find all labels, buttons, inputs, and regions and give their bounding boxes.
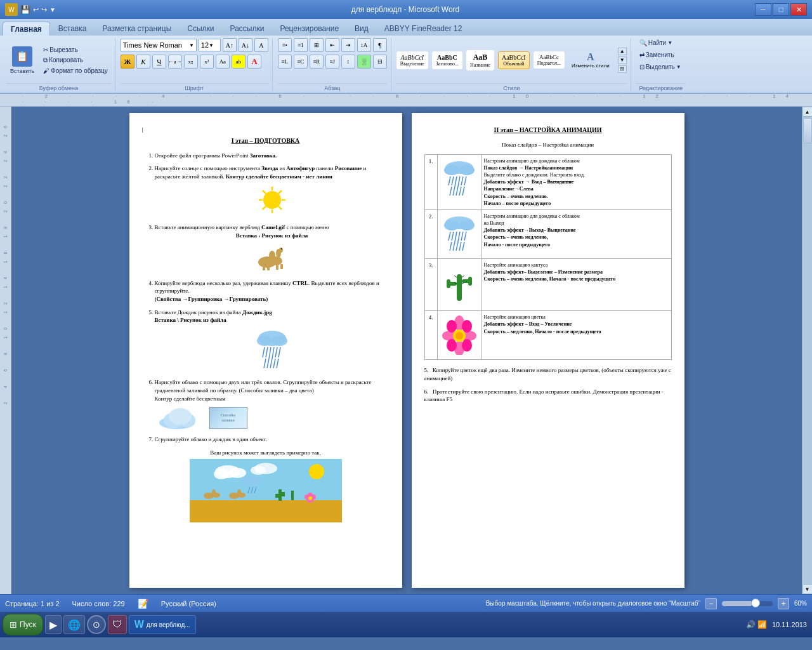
align-left-button[interactable]: ≡L	[278, 55, 292, 69]
group-paragraph: ≡• ≡1 ⊞ ⇤ ⇥ ↕A ¶ ≡L ≡C ≡R ≡J ↕ ░ ⊟	[274, 38, 391, 91]
taskbar-word[interactable]: W для верблюд...	[129, 615, 196, 634]
scroll-thumb[interactable]	[803, 118, 812, 143]
styles-more[interactable]: ⊞	[618, 65, 627, 73]
number-list-button[interactable]: ≡1	[294, 38, 308, 52]
svg-line-86	[461, 232, 463, 241]
zoom-bar[interactable]	[722, 601, 773, 606]
taskbar-browser[interactable]: 🌐	[63, 615, 85, 634]
cut-button[interactable]: ✂ Вырезать	[40, 45, 111, 55]
editing-content: 🔍 Найти ▼ ⇄ Заменить ⊡ Выделить ▼	[636, 38, 686, 82]
replace-button[interactable]: ⇄ Заменить	[636, 50, 678, 60]
vertical-scrollbar[interactable]: ▲ ▼	[802, 107, 812, 594]
superscript-button[interactable]: x²	[200, 55, 214, 69]
scroll-down-button[interactable]: ▼	[802, 584, 813, 594]
tab-mailings[interactable]: Рассылки	[223, 22, 272, 36]
style-normal[interactable]: AaBbCcI Обычный	[498, 51, 530, 69]
ruler-top: · 2 · · · · 4 · · · · 6 · · · · 8 · · · …	[0, 94, 812, 107]
quick-undo[interactable]: ↩	[33, 6, 39, 14]
scroll-track[interactable]	[802, 117, 812, 584]
subscript-button[interactable]: x₂	[184, 55, 198, 69]
zoom-handle[interactable]	[751, 599, 760, 607]
taskbar: ⊞ Пуск ▶ 🌐 ⊙ 🛡 W для верблюд... 🔊 📶 10.1…	[0, 612, 812, 637]
styles-up[interactable]: ▲	[618, 48, 627, 55]
style-subtitle[interactable]: AaBbCc Подзагол...	[534, 51, 565, 69]
style-heading[interactable]: AaBbC Заголово...	[432, 51, 462, 69]
font-size-field[interactable]: 12 ▼	[199, 39, 221, 51]
quick-redo[interactable]: ↪	[41, 6, 47, 14]
copy-button[interactable]: ⧉ Копировать	[40, 55, 111, 65]
tab-review[interactable]: Рецензирование	[272, 22, 346, 36]
align-center-button[interactable]: ≡C	[294, 55, 308, 69]
quick-save[interactable]: 💾	[20, 5, 30, 15]
tab-abbyy[interactable]: ABBYY FineReader 12	[377, 22, 470, 36]
zoom-in-button[interactable]: +	[778, 598, 789, 609]
find-button[interactable]: 🔍 Найти ▼	[636, 38, 676, 48]
paste-label: Вставить	[10, 68, 34, 74]
tab-insert[interactable]: Вставка	[51, 22, 95, 36]
tab-references[interactable]: Ссылки	[180, 22, 221, 36]
increase-indent-button[interactable]: ⇥	[341, 38, 355, 52]
sort-button[interactable]: ↕A	[357, 38, 371, 52]
close-button[interactable]: ✕	[790, 3, 807, 16]
status-left: Страница: 1 из 2 Число слов: 229 📝 Русск…	[5, 599, 216, 609]
highlight-button[interactable]: ab	[232, 55, 246, 69]
svg-line-75	[453, 187, 455, 196]
font-grow-button[interactable]: A↑	[223, 38, 237, 52]
page2-step6: 6. Протестируйте свою презентацию. Если …	[424, 388, 672, 404]
text-effect-button[interactable]: Аа	[216, 55, 230, 69]
svg-point-81	[459, 220, 475, 230]
styles-down[interactable]: ▼	[618, 56, 627, 64]
paste-button[interactable]: 📋 Вставить	[6, 44, 38, 77]
minimize-button[interactable]: ─	[755, 3, 771, 16]
select-button[interactable]: ⊡ Выделить ▼	[636, 62, 684, 72]
tab-home[interactable]: Главная	[3, 22, 50, 36]
taskbar-media-player[interactable]: ▶	[45, 615, 62, 634]
style-selection[interactable]: AaBbCcI Выделение	[396, 51, 428, 69]
bold-button[interactable]: Ж	[121, 55, 134, 69]
cactus-svg	[440, 262, 478, 306]
style-title[interactable]: AaB Название	[466, 50, 494, 70]
italic-button[interactable]: К	[136, 55, 150, 69]
taskbar-chrome[interactable]: ⊙	[87, 615, 106, 634]
line-spacing-button[interactable]: ↕	[341, 55, 355, 69]
strikethrough-button[interactable]: ←a→	[168, 55, 182, 69]
taskbar-antivirus[interactable]: 🛡	[108, 615, 127, 634]
document-area[interactable]: | I этап – ПОДГОТОВКА Откройте файл прог…	[11, 107, 802, 594]
font-dropdown-icon[interactable]: ▼	[189, 43, 194, 48]
format-painter-button[interactable]: 🖌 Формат по образцу	[40, 66, 111, 76]
svg-rect-16	[276, 265, 278, 270]
font-color-button[interactable]: А	[247, 55, 261, 69]
quick-dropdown[interactable]: ▼	[49, 6, 56, 13]
maximize-button[interactable]: □	[773, 3, 789, 16]
zoom-out-button[interactable]: −	[705, 598, 717, 609]
preview-label: Ваш рисунок может выглядеть примерно так…	[142, 449, 390, 457]
font-shrink-button[interactable]: A↓	[239, 38, 252, 52]
spell-check-icon[interactable]: 📝	[138, 599, 148, 609]
align-right-button[interactable]: ≡R	[310, 55, 324, 69]
underline-button[interactable]: Ч	[152, 55, 166, 69]
outline-list-button[interactable]: ⊞	[310, 38, 324, 52]
justify-button[interactable]: ≡J	[325, 55, 339, 69]
show-para-button[interactable]: ¶	[373, 38, 387, 52]
shading-button[interactable]: ░	[357, 55, 371, 69]
tab-view[interactable]: Вид	[347, 22, 376, 36]
cloud-placeholder: Способызаливки	[155, 405, 390, 430]
step-6: Нарисуйте облако с помощью двух или трёх…	[155, 378, 390, 430]
decrease-indent-button[interactable]: ⇤	[325, 38, 339, 52]
tab-page-layout[interactable]: Разметка страницы	[95, 22, 179, 36]
ribbon-content: 📋 Вставить ✂ Вырезать ⧉ Копировать 🖌 Фор…	[0, 36, 812, 93]
start-button[interactable]: ⊞ Пуск	[3, 614, 43, 635]
clear-format-button[interactable]: A	[254, 38, 268, 52]
svg-line-23	[263, 347, 265, 357]
border-button[interactable]: ⊟	[373, 55, 387, 69]
bullet-list-button[interactable]: ≡•	[278, 38, 292, 52]
svg-line-82	[449, 232, 450, 241]
change-styles-button[interactable]: A Изменить стили	[568, 50, 613, 70]
zoom-level[interactable]: 60%	[794, 600, 807, 607]
anim-desc-4: Настройте анимацию цветка Добавить эффек…	[481, 311, 671, 360]
scroll-up-button[interactable]: ▲	[802, 107, 813, 117]
svg-line-29	[264, 359, 266, 368]
font-size-dropdown-icon[interactable]: ▼	[209, 43, 214, 48]
format-row: Ж К Ч ←a→ x₂ x² Аа ab А	[121, 55, 261, 69]
font-name-field[interactable]: Times New Roman ▼	[121, 39, 197, 51]
